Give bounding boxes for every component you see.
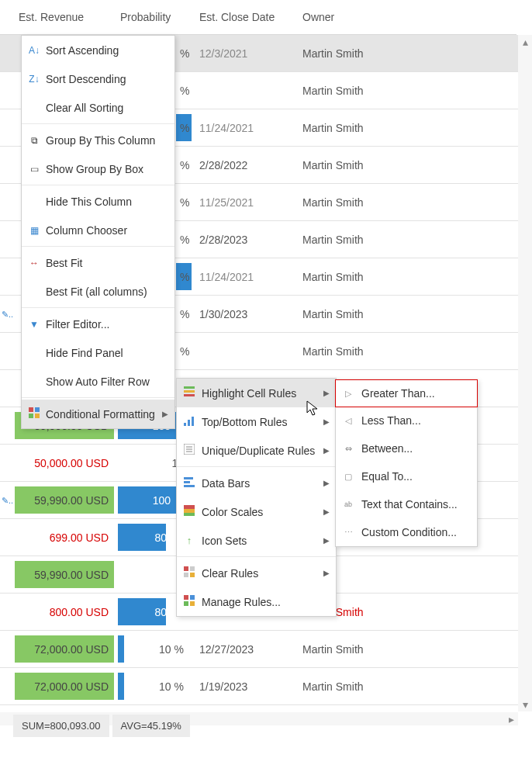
menu-label: Between... bbox=[361, 442, 413, 455]
menu-label: Sort Ascending bbox=[46, 44, 119, 57]
highlight-cell-rules-submenu[interactable]: ▷Greater Than... ◁Less Than... ⇔Between.… bbox=[335, 379, 478, 547]
svg-rect-1 bbox=[35, 407, 40, 412]
scroll-up-icon[interactable]: ▴ bbox=[518, 35, 532, 49]
svg-rect-7 bbox=[184, 423, 186, 426]
percent-symbol: % bbox=[180, 221, 189, 258]
submenu-arrow-icon: ▶ bbox=[323, 569, 330, 577]
menu-between[interactable]: ⇔Between... bbox=[336, 434, 477, 462]
menu-color-scales[interactable]: Color Scales▶ bbox=[177, 497, 336, 526]
menu-icon-sets[interactable]: ↑Icon Sets▶ bbox=[177, 526, 336, 555]
svg-rect-19 bbox=[184, 513, 195, 516]
menu-show-group-box[interactable]: ▭Show Group By Box bbox=[22, 154, 174, 183]
percent-symbol: % bbox=[180, 184, 189, 220]
owner-value: Martin Smith bbox=[302, 258, 419, 295]
header-owner[interactable]: Owner bbox=[302, 11, 396, 23]
menu-clear-sorting[interactable]: Clear All Sorting bbox=[22, 93, 174, 122]
menu-top-bottom-rules[interactable]: Top/Bottom Rules▶ bbox=[177, 407, 336, 436]
table-row[interactable]: 72,000.00 USD10 %1/19/2023Martin Smith bbox=[0, 668, 518, 705]
close-date-value: 11/24/2021 bbox=[199, 258, 292, 295]
percent-symbol: % bbox=[180, 35, 189, 71]
iconsets-icon: ↑ bbox=[183, 535, 195, 546]
svg-rect-18 bbox=[184, 509, 195, 513]
header-est-revenue[interactable]: Est. Revenue bbox=[19, 11, 112, 23]
text-contains-icon: ab bbox=[342, 500, 354, 508]
topbottom-icon bbox=[183, 415, 195, 428]
svg-rect-20 bbox=[184, 566, 188, 571]
menu-label: Equal To... bbox=[361, 470, 413, 483]
column-context-menu[interactable]: A↓Sort Ascending Z↓Sort Descending Clear… bbox=[21, 35, 175, 429]
menu-column-chooser[interactable]: ▦Column Chooser bbox=[22, 216, 174, 244]
svg-rect-23 bbox=[190, 573, 195, 577]
svg-rect-4 bbox=[184, 386, 195, 389]
menu-highlight-cell-rules[interactable]: Highlight Cell Rules▶ bbox=[177, 379, 336, 407]
edit-indicator-icon: ✎.. bbox=[2, 309, 13, 319]
revenue-value: 50,000.00 USD bbox=[13, 445, 114, 481]
header-est-close-date[interactable]: Est. Close Date bbox=[199, 11, 292, 23]
svg-rect-2 bbox=[29, 414, 33, 418]
equal-icon: ▢ bbox=[342, 472, 354, 482]
highlight-icon bbox=[183, 386, 195, 400]
revenue-value: 72,000.00 USD bbox=[13, 668, 114, 704]
menu-equal-to[interactable]: ▢Equal To... bbox=[336, 462, 477, 490]
menu-unique-duplicate-rules[interactable]: Unique/Duplicate Rules▶ bbox=[177, 436, 336, 465]
close-date-value: 12/27/2023 bbox=[199, 631, 292, 667]
scroll-down-icon[interactable]: ▾ bbox=[518, 697, 532, 711]
menu-text-contains[interactable]: abText that Contains... bbox=[336, 490, 477, 518]
menu-best-fit-all[interactable]: Best Fit (all columns) bbox=[22, 277, 174, 306]
menu-filter-editor[interactable]: ▼Filter Editor... bbox=[22, 310, 174, 338]
probability-value: 80 bbox=[118, 594, 174, 630]
group-box-icon: ▭ bbox=[28, 164, 40, 175]
menu-label: Group By This Column bbox=[46, 134, 155, 147]
menu-clear-rules[interactable]: Clear Rules▶ bbox=[177, 559, 336, 587]
svg-rect-26 bbox=[184, 601, 188, 606]
revenue-value: 699.00 USD bbox=[13, 519, 114, 556]
menu-label: Text that Contains... bbox=[361, 498, 458, 511]
vertical-scrollbar[interactable]: ▴ ▾ bbox=[518, 35, 532, 711]
menu-data-bars[interactable]: Data Bars▶ bbox=[177, 469, 336, 497]
svg-rect-5 bbox=[184, 390, 195, 393]
owner-value: Martin Smith bbox=[302, 221, 419, 258]
less-than-icon: ◁ bbox=[342, 416, 354, 426]
menu-greater-than[interactable]: ▷Greater Than... bbox=[335, 379, 478, 407]
menu-separator bbox=[22, 246, 174, 247]
owner-value: Martin Smith bbox=[302, 184, 419, 220]
submenu-arrow-icon: ▶ bbox=[323, 446, 330, 455]
conditional-formatting-submenu[interactable]: Highlight Cell Rules▶ Top/Bottom Rules▶ … bbox=[176, 378, 337, 617]
submenu-arrow-icon: ▶ bbox=[162, 410, 168, 418]
menu-best-fit[interactable]: ↔Best Fit bbox=[22, 248, 174, 277]
menu-hide-column[interactable]: Hide This Column bbox=[22, 187, 174, 216]
menu-sort-descending[interactable]: Z↓Sort Descending bbox=[22, 64, 174, 93]
menu-separator bbox=[22, 307, 174, 308]
table-row[interactable]: 72,000.00 USD10 %12/27/2023Martin Smith bbox=[0, 631, 518, 668]
menu-show-auto-filter[interactable]: Show Auto Filter Row bbox=[22, 367, 174, 396]
scroll-right-icon[interactable]: ▸ bbox=[504, 712, 518, 725]
menu-label: Top/Bottom Rules bbox=[202, 416, 288, 428]
menu-less-than[interactable]: ◁Less Than... bbox=[336, 407, 477, 434]
menu-sort-ascending[interactable]: A↓Sort Ascending bbox=[22, 36, 174, 64]
revenue-value: 800.00 USD bbox=[13, 594, 114, 630]
menu-group-by-column[interactable]: ⧉Group By This Column bbox=[22, 126, 174, 154]
edit-indicator-icon: ✎.. bbox=[2, 495, 13, 505]
owner-value: Martin Smith bbox=[302, 296, 419, 332]
menu-hide-find-panel[interactable]: Hide Find Panel bbox=[22, 338, 174, 367]
svg-rect-6 bbox=[184, 394, 195, 396]
header-probability[interactable]: Probability bbox=[120, 11, 174, 23]
menu-label: Column Chooser bbox=[46, 224, 127, 237]
svg-rect-0 bbox=[29, 407, 33, 412]
menu-conditional-formatting[interactable]: Conditional Formatting▶ bbox=[22, 400, 174, 428]
percent-symbol: % bbox=[180, 72, 189, 109]
sort-desc-icon: Z↓ bbox=[28, 74, 40, 85]
menu-label: Filter Editor... bbox=[46, 318, 109, 331]
svg-rect-3 bbox=[35, 414, 40, 418]
svg-rect-25 bbox=[190, 595, 195, 600]
svg-rect-16 bbox=[184, 485, 195, 487]
menu-label: Color Scales bbox=[202, 506, 263, 518]
probability-value: 100 bbox=[118, 482, 178, 518]
menu-manage-rules[interactable]: Manage Rules... bbox=[177, 587, 336, 616]
probability-value: 10 % bbox=[118, 668, 192, 704]
menu-label: Unique/Duplicate Rules bbox=[202, 445, 315, 457]
menu-custom-condition[interactable]: ⋯Custom Condition... bbox=[336, 518, 477, 546]
menu-label: Best Fit bbox=[46, 257, 82, 269]
menu-label: Sort Descending bbox=[46, 73, 126, 85]
submenu-arrow-icon: ▶ bbox=[323, 507, 330, 516]
